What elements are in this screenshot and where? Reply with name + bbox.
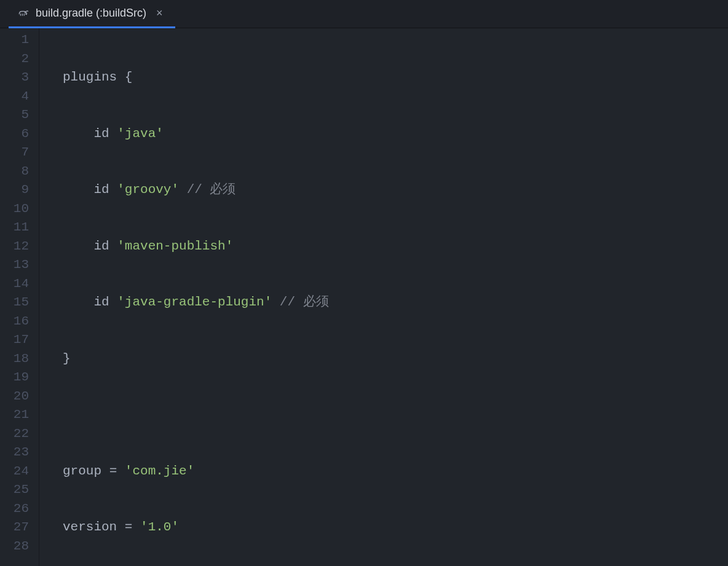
gutter-line-number: 26 [0, 500, 29, 519]
close-icon[interactable]: × [152, 7, 167, 18]
elephant-icon [17, 7, 30, 19]
gutter-line-number: 25 [0, 481, 29, 500]
gutter-line-number: 19 [0, 368, 29, 387]
gutter-line-number: 14 [0, 275, 29, 294]
gutter-line-number: 21 [0, 406, 29, 425]
svg-point-0 [25, 12, 25, 13]
gutter-line-number: 6 [0, 125, 29, 144]
gutter-line-number: 23 [0, 443, 29, 462]
gutter-line-number: 20 [0, 387, 29, 406]
code-line: group = 'com.jie' [63, 462, 728, 481]
gutter: 1234567891011121314151617181920212223242… [0, 28, 39, 566]
gutter-line-number: 1 [0, 31, 29, 50]
gutter-line-number: 10 [0, 200, 29, 219]
gutter-line-number: 3 [0, 68, 29, 87]
code-line: } [63, 350, 728, 369]
gutter-line-number: 11 [0, 218, 29, 237]
gutter-line-number: 9 [0, 181, 29, 200]
gutter-line-number: 22 [0, 425, 29, 444]
code-line: id 'java-gradle-plugin' // 必须 [63, 293, 728, 312]
gutter-line-number: 24 [0, 462, 29, 481]
gutter-line-number: 18 [0, 350, 29, 369]
tab-label: build.gradle (:buildSrc) [36, 7, 146, 20]
gutter-line-number: 7 [0, 143, 29, 162]
gutter-line-number: 8 [0, 162, 29, 181]
code-line: id 'groovy' // 必须 [63, 181, 728, 200]
code-line [63, 406, 728, 425]
gutter-line-number: 28 [0, 537, 29, 556]
code-line: id 'java' [63, 125, 728, 144]
gutter-line-number: 13 [0, 256, 29, 275]
code-area[interactable]: plugins { id 'java' id 'groovy' // 必须 id… [39, 28, 728, 566]
gutter-line-number: 12 [0, 237, 29, 256]
gutter-line-number: 27 [0, 518, 29, 537]
code-editor[interactable]: 1234567891011121314151617181920212223242… [0, 28, 728, 566]
gutter-line-number: 4 [0, 87, 29, 106]
gutter-line-number: 15 [0, 293, 29, 312]
gutter-line-number: 5 [0, 106, 29, 125]
gutter-line-number: 16 [0, 312, 29, 331]
gutter-line-number: 2 [0, 50, 29, 69]
code-line: version = '1.0' [63, 518, 728, 537]
gutter-line-number: 17 [0, 331, 29, 350]
tab-bar: build.gradle (:buildSrc) × [0, 0, 728, 28]
code-line: id 'maven-publish' [63, 237, 728, 256]
editor-window: build.gradle (:buildSrc) × 1234567891011… [0, 0, 728, 566]
tab-build-gradle[interactable]: build.gradle (:buildSrc) × [9, 0, 175, 28]
code-line: plugins { [63, 68, 728, 87]
